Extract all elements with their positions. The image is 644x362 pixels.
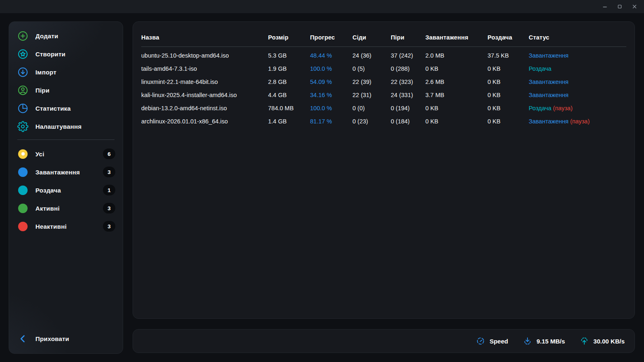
cell-upload: 0 KB: [488, 65, 529, 72]
filter-label: Завантаження: [35, 169, 80, 176]
filter-label: Активні: [35, 205, 60, 212]
cell-peers: 0 (288): [391, 65, 425, 72]
status-text: Роздача: [529, 65, 551, 72]
filter-count-badge: 6: [103, 149, 115, 159]
cell-peers: 0 (194): [391, 105, 425, 111]
filter-item-inactive[interactable]: Неактивні3: [9, 217, 123, 235]
column-header-download[interactable]: Завантаження: [425, 34, 488, 41]
sidebar-item-label: Статистика: [35, 105, 71, 112]
download-arrow-icon: [523, 336, 532, 346]
column-header-peers[interactable]: Піри: [391, 34, 425, 41]
sidebar-item-create[interactable]: Створити: [9, 45, 123, 63]
column-header-size[interactable]: Розмір: [268, 34, 310, 41]
sidebar-item-label: Піри: [35, 87, 49, 94]
cell-peers: 0 (184): [391, 118, 425, 125]
column-header-progress[interactable]: Прогрес: [310, 34, 352, 41]
cell-upload: 0 KB: [488, 105, 529, 111]
cell-download: 3.7 MB: [425, 92, 488, 98]
person-circle-icon: [17, 85, 28, 96]
cell-size: 2.8 GB: [268, 79, 310, 85]
plus-circle-icon: [17, 30, 28, 42]
sidebar-item-import[interactable]: Імпорт: [9, 63, 123, 81]
cell-progress: 100.0 %: [310, 65, 352, 72]
column-header-seeds[interactable]: Сіди: [352, 34, 391, 41]
filter-label: Усі: [35, 151, 44, 158]
download-speed-value: 9.15 MB/s: [537, 338, 565, 345]
filter-label: Неактивні: [35, 223, 67, 230]
cell-name: kali-linux-2025.4-installer-amd64.iso: [141, 92, 268, 98]
table-row[interactable]: archlinux-2026.01.01-x86_64.iso1.4 GB81.…: [133, 115, 635, 128]
cell-peers: 24 (331): [391, 92, 425, 98]
speed-label: Speed: [490, 338, 508, 345]
cell-status: Роздача: [529, 65, 626, 72]
status-text: Завантаження: [529, 92, 569, 98]
cell-peers: 22 (323): [391, 79, 425, 85]
star-circle-icon: [17, 49, 28, 60]
filter-count-badge: 1: [103, 185, 115, 195]
table-header-row: НазваРозмірПрогресСідиПіриЗавантаженняРо…: [133, 22, 635, 43]
table-body: ubuntu-25.10-desktop-amd64.iso5.3 GB48.4…: [133, 47, 635, 128]
filter-color-dot: [18, 222, 28, 231]
torrent-table-panel: НазваРозмірПрогресСідиПіриЗавантаженняРо…: [133, 21, 635, 319]
app-window: ДодатиСтворитиІмпортПіриСтатистикаНалашт…: [0, 0, 644, 362]
column-header-status[interactable]: Статус: [529, 34, 626, 41]
sidebar-menu: ДодатиСтворитиІмпортПіриСтатистикаНалашт…: [9, 27, 123, 135]
hide-sidebar-button[interactable]: Приховати: [9, 330, 123, 348]
status-text: Завантаження: [529, 118, 569, 125]
sidebar-item-settings[interactable]: Налаштування: [9, 117, 123, 135]
column-header-upload[interactable]: Роздача: [488, 34, 529, 41]
cell-peers: 37 (242): [391, 52, 425, 59]
cell-size: 1.9 GB: [268, 65, 310, 72]
filter-item-all[interactable]: Усі6: [9, 145, 123, 163]
cell-download: 2.6 MB: [425, 79, 488, 85]
upload-speed-indicator[interactable]: 30.00 KB/s: [580, 336, 625, 346]
table-row[interactable]: debian-13.2.0-amd64-netinst.iso784.0 MB1…: [133, 102, 635, 115]
cell-seeds: 0 (0): [352, 105, 391, 111]
maximize-button[interactable]: [614, 2, 626, 12]
cell-download: 2.0 MB: [425, 52, 488, 59]
status-text: Роздача: [529, 105, 551, 111]
filter-item-downloading[interactable]: Завантаження3: [9, 163, 123, 181]
table-row[interactable]: tails-amd64-7.3.1-iso1.9 GB100.0 %0 (5)0…: [133, 62, 635, 75]
table-row[interactable]: kali-linux-2025.4-installer-amd64.iso4.4…: [133, 88, 635, 102]
status-text: Завантаження: [529, 79, 569, 85]
cell-name: ubuntu-25.10-desktop-amd64.iso: [141, 52, 268, 59]
minimize-icon: [602, 3, 608, 10]
cell-seeds: 24 (36): [352, 52, 391, 59]
sidebar-item-add[interactable]: Додати: [9, 27, 123, 45]
filter-color-dot: [18, 204, 28, 213]
title-bar: [0, 0, 644, 13]
selected-indicator: [21, 152, 25, 155]
download-speed-indicator[interactable]: 9.15 MB/s: [523, 336, 565, 346]
cell-size: 1.4 GB: [268, 118, 310, 125]
table-row[interactable]: ubuntu-25.10-desktop-amd64.iso5.3 GB48.4…: [133, 49, 635, 62]
sidebar: ДодатиСтворитиІмпортПіриСтатистикаНалашт…: [9, 21, 123, 354]
sidebar-divider: [17, 139, 114, 140]
maximize-icon: [616, 3, 623, 10]
cell-seeds: 22 (31): [352, 92, 391, 98]
speed-indicator[interactable]: Speed: [476, 336, 508, 346]
close-button[interactable]: [628, 2, 641, 12]
status-paused-text: (пауза): [569, 118, 590, 125]
upload-speed-value: 30.00 KB/s: [593, 338, 625, 345]
filter-item-seeding[interactable]: Роздача1: [9, 181, 123, 199]
cell-download: 0 KB: [425, 65, 488, 72]
status-paused-text: (пауза): [551, 105, 572, 111]
arrow-down-circle-icon: [17, 67, 28, 78]
column-header-name[interactable]: Назва: [141, 34, 268, 41]
status-text: Завантаження: [529, 52, 569, 59]
cell-status: Завантаження (пауза): [529, 118, 626, 125]
upload-arrow-icon: [580, 336, 589, 346]
minimize-button[interactable]: [599, 2, 611, 12]
cell-name: debian-13.2.0-amd64-netinst.iso: [141, 105, 268, 111]
table-row[interactable]: linuxmint-22.1-mate-64bit.iso2.8 GB54.09…: [133, 75, 635, 88]
cell-download: 0 KB: [425, 118, 488, 125]
cell-name: linuxmint-22.1-mate-64bit.iso: [141, 79, 268, 85]
filter-item-active[interactable]: Активні3: [9, 199, 123, 217]
sidebar-item-statistics[interactable]: Статистика: [9, 99, 123, 117]
cell-seeds: 22 (39): [352, 79, 391, 85]
cell-upload: 0 KB: [488, 118, 529, 125]
sidebar-item-peers[interactable]: Піри: [9, 81, 123, 99]
status-bar: Speed 9.15 MB/s 30.00 KB/s: [133, 329, 635, 353]
cell-size: 5.3 GB: [268, 52, 310, 59]
